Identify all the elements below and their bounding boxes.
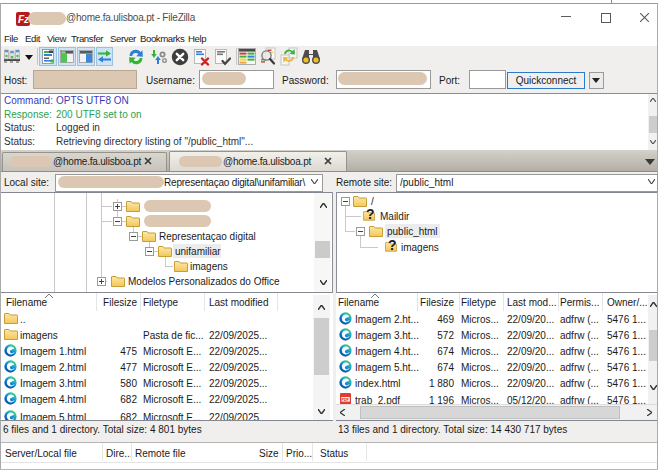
svg-text:PDF: PDF <box>342 398 350 402</box>
